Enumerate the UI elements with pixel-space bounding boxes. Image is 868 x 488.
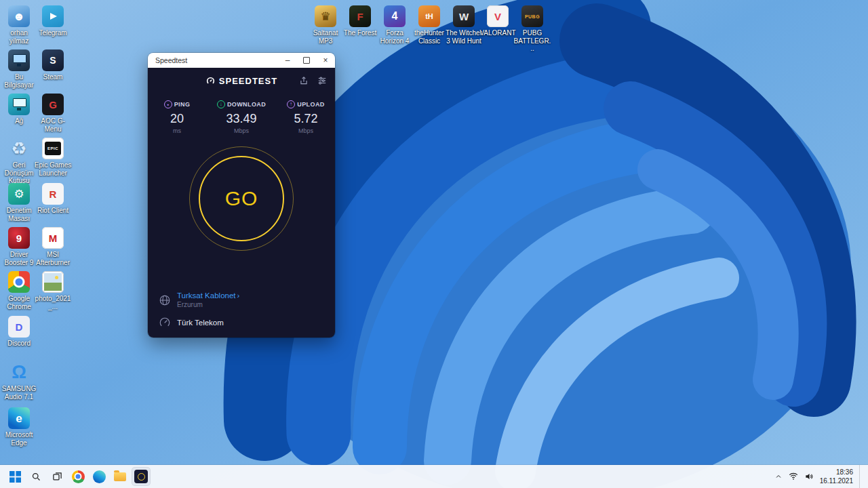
start-button[interactable]	[5, 467, 24, 486]
witcher3-icon: W	[459, 12, 469, 22]
isp-name[interactable]: Turksat Kablonet	[177, 291, 236, 300]
desktop-icon-chrome[interactable]: Google Chrome	[0, 271, 38, 310]
desktop-icon-riot-client[interactable]: R Riot Client	[34, 183, 72, 215]
recycle-bin-icon: ♻	[11, 140, 26, 157]
desktop-icon-this-pc[interactable]: Bu Bilgisayar	[0, 49, 38, 89]
desktop-icon-aoc-gmenu[interactable]: G AOC G-Menu	[34, 94, 72, 133]
taskbar-file-explorer-button[interactable]	[111, 467, 130, 486]
stats-row: ●PING 20 ms ↓DOWNLOAD 33.49 Mbps ↑UPLOAD…	[148, 92, 335, 134]
edge-icon	[93, 470, 106, 483]
driver-booster-icon: 9	[16, 233, 22, 243]
desktop-icon-samsung-audio[interactable]: Ω SAMSUNG Audio 7.1	[0, 361, 38, 401]
user-folder-icon: ☻	[13, 11, 25, 22]
download-unit: Mbps	[217, 127, 266, 134]
window-titlebar[interactable]: Speedtest – ×	[148, 53, 335, 68]
clock-date: 16.11.2021	[820, 476, 853, 485]
icon-label: Steam	[34, 73, 72, 81]
speaker-icon	[804, 472, 814, 481]
desktop-icon-saltanat[interactable]: ♛ Saltanat MP3	[307, 5, 344, 45]
maximize-icon	[303, 57, 310, 64]
task-view-button[interactable]	[47, 467, 66, 486]
ping-label: PING	[174, 101, 191, 108]
desktop-icon-driver-booster[interactable]: 9 Driver Booster 9	[0, 227, 38, 266]
search-button[interactable]	[26, 467, 45, 486]
minimize-button[interactable]: –	[278, 53, 297, 68]
desktop-icon-witcher3[interactable]: W The Witcher 3 Wild Hunt	[445, 5, 483, 45]
icon-label: Driver Booster 9	[0, 251, 38, 266]
steam-icon: S	[50, 56, 56, 65]
icon-label: Google Chrome	[0, 295, 38, 310]
connection-info: Turksat Kablonet› Erzurum Türk Telekom	[159, 291, 324, 329]
desktop-icon-discord[interactable]: D Discord	[0, 316, 38, 348]
icon-label: photo_2021_...	[34, 295, 72, 310]
epic-games-icon: EPIC	[45, 142, 61, 155]
upload-label: UPLOAD	[297, 101, 324, 108]
desktop-icon-steam[interactable]: S Steam	[34, 49, 72, 81]
icon-label: MSI Afterburner	[34, 251, 72, 266]
settings-icon[interactable]	[317, 76, 327, 85]
ookla-gauge-icon	[205, 76, 216, 86]
desktop-icon-thehunter[interactable]: tH theHunter Classic	[410, 5, 448, 45]
share-icon[interactable]	[299, 76, 309, 85]
desktop-icon-epic-games[interactable]: EPIC Epic Games Launcher	[34, 138, 72, 177]
pubg-icon: PUBG	[525, 14, 540, 19]
icon-label: Telegram	[34, 29, 72, 37]
icon-label: The Forest	[341, 29, 379, 37]
aoc-gmenu-icon: G	[49, 100, 57, 110]
desktop-icon-msi-afterburner[interactable]: M MSI Afterburner	[34, 227, 72, 266]
icon-label: Riot Client	[34, 207, 72, 215]
taskbar-clock[interactable]: 18:36 16.11.2021	[820, 468, 853, 485]
window-title: Speedtest	[148, 56, 278, 64]
show-desktop-button[interactable]	[859, 465, 863, 488]
icon-label: Ağ	[0, 117, 38, 125]
server-row[interactable]: Türk Telekom	[159, 317, 324, 329]
server-name: Türk Telekom	[177, 319, 224, 327]
chevron-right-icon: ›	[237, 291, 240, 300]
upload-stat: ↑UPLOAD 5.72 Mbps	[285, 100, 327, 134]
icon-label: VALORANT	[479, 29, 517, 37]
close-button[interactable]: ×	[316, 53, 335, 68]
network-tray-button[interactable]	[789, 465, 798, 488]
icon-label: PUBG BATTLEGR...	[513, 29, 551, 53]
ping-icon: ●	[164, 100, 172, 108]
wifi-icon	[789, 472, 798, 481]
desktop-icon-telegram[interactable]: Telegram	[34, 5, 72, 37]
go-button-ring: GO	[189, 146, 294, 251]
maximize-button[interactable]	[297, 53, 316, 68]
desktop-icon-forza-horizon[interactable]: 4 Forza Horizon 4	[376, 5, 414, 45]
desktop-icon-user-folder[interactable]: ☻ orhan yilmaz	[0, 5, 38, 45]
icon-label: Denetim Masası	[0, 207, 38, 222]
headphones-icon: Ω	[12, 363, 26, 382]
go-button[interactable]: GO	[199, 156, 284, 241]
isp-row[interactable]: Turksat Kablonet› Erzurum	[159, 291, 324, 308]
taskbar-edge-button[interactable]	[90, 467, 108, 486]
desktop-icon-network[interactable]: Ağ	[0, 94, 38, 125]
window-controls: – ×	[278, 53, 335, 68]
taskbar-speedtest-button[interactable]	[132, 467, 151, 486]
desktop-icon-valorant[interactable]: V VALORANT	[479, 5, 517, 37]
desktop-icon-edge[interactable]: e Microsoft Edge	[0, 407, 38, 447]
globe-icon	[159, 294, 171, 306]
upload-value: 5.72	[285, 112, 327, 126]
icon-label: theHunter Classic	[410, 29, 448, 45]
ping-stat: ●PING 20 ms	[156, 100, 198, 134]
taskbar-chrome-button[interactable]	[68, 467, 87, 486]
windows-logo-icon	[9, 471, 21, 483]
download-value: 33.49	[217, 112, 266, 126]
volume-tray-button[interactable]	[804, 465, 814, 488]
desktop-icon-the-forest[interactable]: F The Forest	[341, 5, 379, 37]
icon-label: orhan yilmaz	[0, 29, 38, 45]
hidden-icons-button[interactable]	[774, 465, 783, 488]
icon-label: AOC G-Menu	[34, 117, 72, 133]
download-stat: ↓DOWNLOAD 33.49 Mbps	[217, 100, 266, 134]
desktop-wallpaper	[0, 0, 868, 488]
desktop-icon-pubg[interactable]: PUBG PUBG BATTLEGR...	[513, 5, 551, 53]
icon-label: Discord	[0, 340, 38, 348]
desktop-icon-control-panel[interactable]: ⚙ Denetim Masası	[0, 183, 38, 222]
icon-label: Microsoft Edge	[0, 431, 38, 447]
ping-value: 20	[156, 112, 198, 126]
desktop-icon-recycle-bin[interactable]: ♻ Geri Dönüşüm Kutusu	[0, 138, 38, 185]
desktop-icon-photo-file[interactable]: photo_2021_...	[34, 271, 72, 310]
clock-time: 18:36	[820, 468, 853, 476]
download-icon: ↓	[217, 100, 225, 108]
